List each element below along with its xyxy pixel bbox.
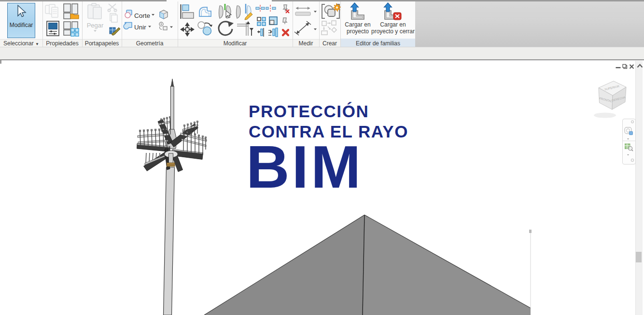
svg-text:Pegar: Pegar <box>87 22 104 29</box>
svg-text:Corte: Corte <box>134 12 150 19</box>
svg-text:Unir: Unir <box>134 24 146 31</box>
